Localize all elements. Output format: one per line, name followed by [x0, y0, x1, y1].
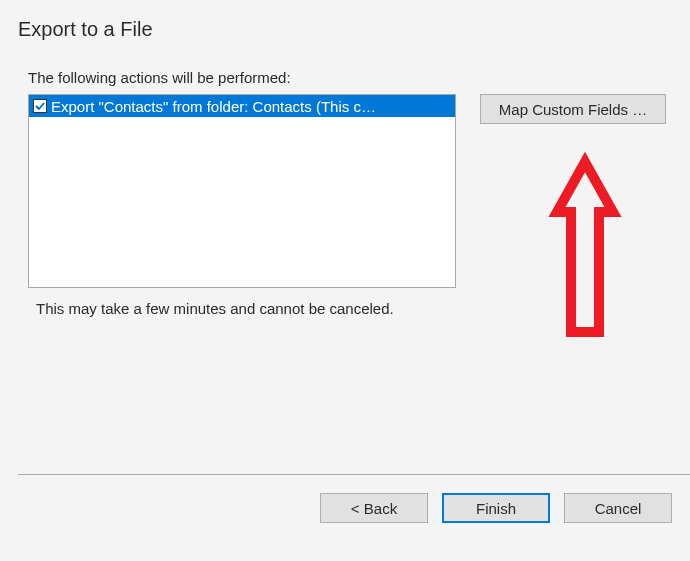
note-label: This may take a few minutes and cannot b… [36, 300, 672, 317]
checkbox-checked-icon[interactable] [33, 99, 47, 113]
finish-button[interactable]: Finish [442, 493, 550, 523]
map-custom-fields-button[interactable]: Map Custom Fields … [480, 94, 666, 124]
export-dialog: Export to a File The following actions w… [0, 0, 690, 561]
dialog-title: Export to a File [18, 18, 672, 41]
cancel-button[interactable]: Cancel [564, 493, 672, 523]
wizard-button-row: < Back Finish Cancel [320, 493, 672, 523]
back-button[interactable]: < Back [320, 493, 428, 523]
list-item[interactable]: Export "Contacts" from folder: Contacts … [29, 95, 455, 117]
list-item-label: Export "Contacts" from folder: Contacts … [51, 98, 376, 115]
separator [18, 474, 690, 475]
instruction-label: The following actions will be performed: [28, 69, 672, 86]
actions-listbox[interactable]: Export "Contacts" from folder: Contacts … [28, 94, 456, 288]
content-row: Export "Contacts" from folder: Contacts … [28, 94, 672, 288]
